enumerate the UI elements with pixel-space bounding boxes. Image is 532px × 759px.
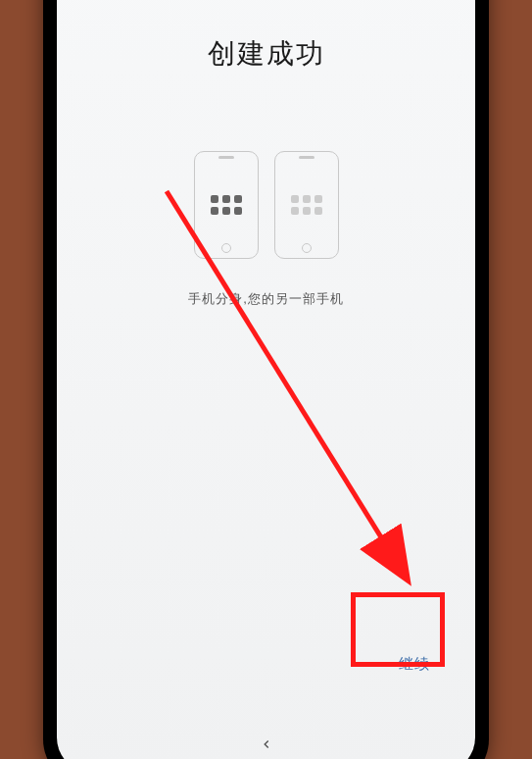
main-content: 创建成功 手机分身,您的另一部手机 — [57, 0, 475, 308]
phone-frame: 上午8:07 58 创建成功 — [43, 0, 489, 759]
continue-button[interactable]: 继续 — [395, 649, 434, 680]
page-title: 创建成功 — [86, 35, 446, 73]
screen: 上午8:07 58 创建成功 — [57, 0, 475, 759]
phone-illustration-primary — [194, 151, 259, 259]
subtitle-text: 手机分身,您的另一部手机 — [86, 290, 446, 308]
app-grid-icon — [211, 195, 242, 215]
back-chevron-icon[interactable] — [260, 737, 273, 755]
navigation-bar — [57, 737, 475, 755]
phones-illustration — [86, 151, 446, 259]
app-grid-icon — [291, 195, 322, 215]
phone-illustration-secondary — [274, 151, 339, 259]
